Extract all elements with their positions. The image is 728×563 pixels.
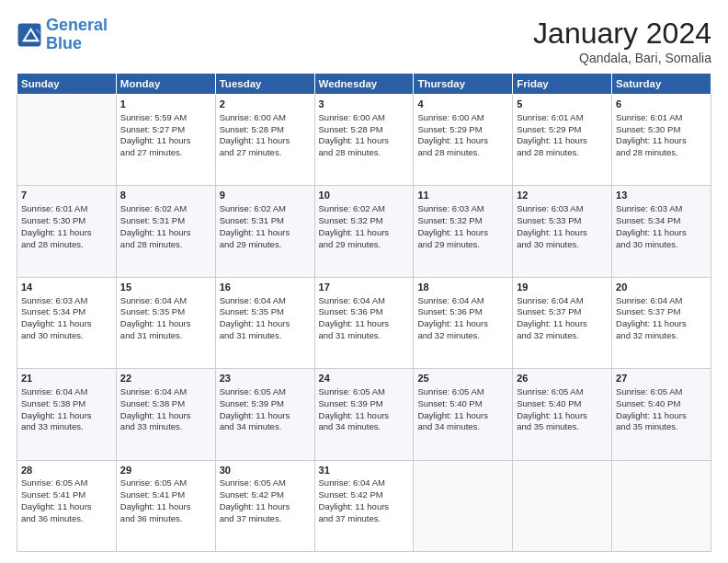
day-info-line: and 29 minutes.	[220, 239, 311, 251]
day-info-line: Sunset: 5:38 PM	[120, 398, 211, 410]
day-number: 20	[616, 281, 707, 294]
day-info-line: Sunset: 5:30 PM	[616, 124, 707, 136]
calendar-cell: 4Sunrise: 6:00 AMSunset: 5:29 PMDaylight…	[414, 95, 513, 186]
day-info-line: Daylight: 11 hours	[517, 227, 608, 239]
day-info-line: Sunrise: 6:04 AM	[319, 295, 410, 307]
day-info-line: and 30 minutes.	[616, 239, 707, 251]
logo-icon	[17, 22, 42, 48]
day-info-line: and 28 minutes.	[417, 147, 508, 159]
day-info-line: Sunset: 5:35 PM	[120, 306, 211, 318]
calendar-cell: 13Sunrise: 6:03 AMSunset: 5:34 PMDayligh…	[612, 186, 711, 277]
day-info-line: and 35 minutes.	[517, 421, 608, 433]
day-info-line: Sunrise: 6:04 AM	[417, 295, 508, 307]
header: General Blue January 2024 Qandala, Bari,…	[17, 17, 711, 65]
day-info-line: and 28 minutes.	[319, 147, 410, 159]
calendar-cell: 3Sunrise: 6:00 AMSunset: 5:28 PMDaylight…	[314, 95, 414, 186]
day-info-line: Daylight: 11 hours	[21, 318, 112, 330]
week-row-5: 28Sunrise: 6:05 AMSunset: 5:41 PMDayligh…	[17, 460, 711, 551]
calendar-cell: 10Sunrise: 6:02 AMSunset: 5:32 PMDayligh…	[314, 186, 414, 277]
day-info-line: Daylight: 11 hours	[319, 227, 410, 239]
calendar-cell: 17Sunrise: 6:04 AMSunset: 5:36 PMDayligh…	[314, 277, 414, 368]
day-number: 17	[319, 281, 410, 294]
day-info-line: Sunrise: 6:04 AM	[616, 295, 707, 307]
week-row-3: 14Sunrise: 6:03 AMSunset: 5:34 PMDayligh…	[17, 277, 711, 368]
calendar-cell: 30Sunrise: 6:05 AMSunset: 5:42 PMDayligh…	[215, 460, 314, 551]
calendar-cell: 9Sunrise: 6:02 AMSunset: 5:31 PMDaylight…	[215, 186, 314, 277]
calendar-cell: 31Sunrise: 6:04 AMSunset: 5:42 PMDayligh…	[314, 460, 414, 551]
day-info-line: Daylight: 11 hours	[120, 318, 211, 330]
day-info-line: Sunset: 5:39 PM	[319, 398, 410, 410]
day-info-line: Sunset: 5:41 PM	[21, 489, 112, 501]
calendar-cell: 27Sunrise: 6:05 AMSunset: 5:40 PMDayligh…	[612, 369, 711, 460]
day-info-line: Sunset: 5:41 PM	[120, 489, 211, 501]
day-number: 22	[120, 372, 211, 385]
calendar-header-row: Sunday Monday Tuesday Wednesday Thursday…	[17, 74, 711, 95]
calendar-cell: 23Sunrise: 6:05 AMSunset: 5:39 PMDayligh…	[215, 369, 314, 460]
day-info-line: Daylight: 11 hours	[517, 318, 608, 330]
calendar-cell: 5Sunrise: 6:01 AMSunset: 5:29 PMDaylight…	[513, 95, 612, 186]
day-info-line: Sunset: 5:37 PM	[616, 306, 707, 318]
day-number: 5	[517, 98, 608, 111]
day-info-line: and 30 minutes.	[21, 330, 112, 342]
day-info-line: Sunset: 5:40 PM	[517, 398, 608, 410]
day-info-line: Daylight: 11 hours	[517, 410, 608, 422]
day-info-line: Sunset: 5:28 PM	[220, 124, 311, 136]
day-info-line: Daylight: 11 hours	[319, 501, 410, 513]
calendar-cell: 18Sunrise: 6:04 AMSunset: 5:36 PMDayligh…	[414, 277, 513, 368]
day-info-line: and 27 minutes.	[220, 147, 311, 159]
day-info-line: and 28 minutes.	[517, 147, 608, 159]
calendar-cell: 8Sunrise: 6:02 AMSunset: 5:31 PMDaylight…	[116, 186, 215, 277]
day-number: 31	[319, 464, 410, 477]
day-info-line: Sunrise: 6:00 AM	[220, 112, 311, 124]
day-info-line: and 31 minutes.	[220, 330, 311, 342]
col-tuesday: Tuesday	[215, 74, 314, 95]
col-monday: Monday	[116, 74, 215, 95]
day-info-line: Daylight: 11 hours	[417, 227, 508, 239]
page: General Blue January 2024 Qandala, Bari,…	[0, 0, 728, 563]
day-info-line: and 32 minutes.	[417, 330, 508, 342]
day-info-line: Sunset: 5:32 PM	[319, 215, 410, 227]
week-row-1: 1Sunrise: 5:59 AMSunset: 5:27 PMDaylight…	[17, 95, 711, 186]
day-info-line: Daylight: 11 hours	[417, 410, 508, 422]
day-number: 9	[220, 189, 311, 202]
day-info-line: Sunset: 5:29 PM	[517, 124, 608, 136]
col-wednesday: Wednesday	[314, 74, 414, 95]
day-info-line: and 37 minutes.	[319, 513, 410, 525]
day-info-line: Daylight: 11 hours	[220, 135, 311, 147]
day-info-line: and 32 minutes.	[517, 330, 608, 342]
day-info-line: Sunrise: 6:03 AM	[616, 203, 707, 215]
day-number: 12	[517, 189, 608, 202]
day-info-line: and 27 minutes.	[120, 147, 211, 159]
day-info-line: Sunrise: 6:05 AM	[120, 477, 211, 489]
day-number: 25	[417, 372, 508, 385]
day-info-line: and 31 minutes.	[120, 330, 211, 342]
day-info-line: Sunset: 5:34 PM	[616, 215, 707, 227]
day-info-line: Sunset: 5:36 PM	[417, 306, 508, 318]
calendar-cell: 20Sunrise: 6:04 AMSunset: 5:37 PMDayligh…	[612, 277, 711, 368]
day-info-line: Daylight: 11 hours	[616, 410, 707, 422]
day-number: 21	[21, 372, 112, 385]
day-info-line: Sunset: 5:27 PM	[120, 124, 211, 136]
day-info-line: Sunrise: 6:04 AM	[120, 386, 211, 398]
day-number: 16	[220, 281, 311, 294]
day-info-line: and 36 minutes.	[120, 513, 211, 525]
day-info-line: Sunrise: 6:00 AM	[417, 112, 508, 124]
day-info-line: Sunrise: 6:05 AM	[21, 477, 112, 489]
calendar-cell: 26Sunrise: 6:05 AMSunset: 5:40 PMDayligh…	[513, 369, 612, 460]
day-info-line: Daylight: 11 hours	[319, 135, 410, 147]
title-block: January 2024 Qandala, Bari, Somalia	[533, 17, 711, 65]
day-info-line: Daylight: 11 hours	[616, 318, 707, 330]
day-info-line: Sunrise: 6:01 AM	[517, 112, 608, 124]
day-info-line: Daylight: 11 hours	[616, 227, 707, 239]
day-info-line: Daylight: 11 hours	[220, 227, 311, 239]
day-info-line: Sunrise: 6:05 AM	[220, 477, 311, 489]
col-sunday: Sunday	[17, 74, 117, 95]
day-info-line: Sunrise: 6:03 AM	[517, 203, 608, 215]
calendar-cell: 24Sunrise: 6:05 AMSunset: 5:39 PMDayligh…	[314, 369, 414, 460]
day-info-line: Sunrise: 6:05 AM	[319, 386, 410, 398]
day-info-line: and 29 minutes.	[417, 239, 508, 251]
day-info-line: Sunrise: 6:02 AM	[319, 203, 410, 215]
day-info-line: Daylight: 11 hours	[517, 135, 608, 147]
calendar-cell: 12Sunrise: 6:03 AMSunset: 5:33 PMDayligh…	[513, 186, 612, 277]
day-number: 1	[120, 98, 211, 111]
